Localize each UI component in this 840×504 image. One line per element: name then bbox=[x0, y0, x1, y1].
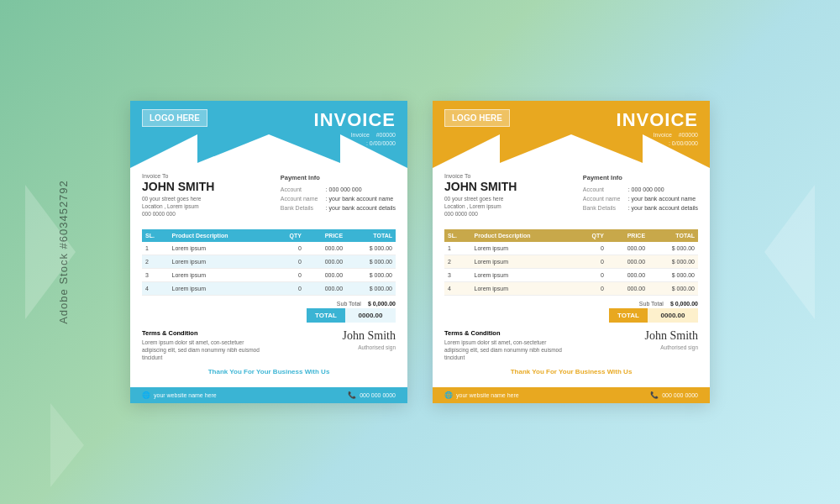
th-price-blue: PRICE bbox=[305, 229, 346, 242]
title-area-blue: INVOICE Invoice #00000 Date : 0/00/0000 bbox=[314, 109, 396, 148]
watermark: Adobe Stock #603452792 bbox=[57, 180, 70, 324]
thankyou-blue: Thank You For Your Business With Us bbox=[142, 368, 396, 375]
invoice-number-blue: #00000 bbox=[376, 132, 396, 138]
total-bar-yellow: TOTAL 0000.00 bbox=[444, 308, 698, 323]
th-sl-blue: SL. bbox=[142, 229, 169, 242]
subtotal-row-blue: Sub Total $ 0,000.00 bbox=[142, 301, 396, 307]
table-row: 3 Lorem ipsum 0 000.00 $ 000.00 bbox=[444, 269, 698, 282]
date-label-blue: Date bbox=[343, 140, 355, 146]
table-row: 3 Lorem ipsum 0 000.00 $ 000.00 bbox=[142, 269, 396, 282]
phone-text-yellow: 000 000 0000 bbox=[662, 392, 698, 398]
client-name-yellow: JOHN SMITH bbox=[444, 180, 517, 193]
th-qty-blue: QTY bbox=[274, 229, 305, 242]
invoice-title-yellow: INVOICE bbox=[617, 109, 698, 131]
payment-row-2-blue: Account name : your bank account name bbox=[281, 194, 396, 203]
total-bar-blue: TOTAL 0000.00 bbox=[142, 308, 396, 323]
bottom-section-yellow: Terms & Condition Lorem ipsum dolor sit … bbox=[444, 329, 698, 361]
invoice-number-yellow: #00000 bbox=[679, 132, 698, 138]
subtotal-value-blue: $ 0,000.00 bbox=[368, 301, 396, 307]
auth-sign-yellow: John Smith bbox=[645, 329, 698, 343]
auth-yellow: John Smith Authorised sign bbox=[645, 329, 698, 361]
payment-row-3-yellow: Bank Details : your bank account details bbox=[583, 203, 698, 213]
title-area-yellow: INVOICE Invoice #00000 Date : 0/00/0000 bbox=[617, 109, 698, 148]
table-row: 2 Lorem ipsum 0 000.00 $ 000.00 bbox=[444, 255, 698, 269]
subtotal-label-yellow: Sub Total bbox=[639, 301, 664, 307]
auth-blue: John Smith Authorised sign bbox=[343, 329, 396, 361]
logo-area-yellow: LOGO HERE bbox=[444, 109, 510, 127]
invoice-card-blue: LOGO HERE INVOICE Invoice #00000 Date : … bbox=[130, 101, 407, 404]
invoice-meta-yellow: Invoice #00000 Date : 0/00/0000 bbox=[617, 131, 698, 148]
invoice-body-yellow: Invoice To JOHN SMITH 00 your street goe… bbox=[433, 168, 710, 388]
auth-label-blue: Authorised sign bbox=[343, 344, 396, 350]
invoice-header-blue: LOGO HERE INVOICE Invoice #00000 Date : … bbox=[130, 101, 407, 168]
bottom-section-blue: Terms & Condition Lorem ipsum dolor sit … bbox=[142, 329, 396, 361]
table-row: 4 Lorem ipsum 0 000.00 $ 000.00 bbox=[444, 282, 698, 296]
client-address-yellow: 00 your street goes here Location , Lore… bbox=[444, 195, 517, 218]
table-header-blue: SL. Product Description QTY PRICE TOTAL bbox=[142, 229, 396, 242]
logo-area-blue: LOGO HERE bbox=[142, 109, 207, 127]
invoice-header-yellow: LOGO HERE INVOICE Invoice #00000 Date : … bbox=[433, 101, 710, 168]
payment-details-yellow: Payment Info Account : 000 000 000 Accou… bbox=[583, 173, 698, 213]
terms-title-blue: Terms & Condition bbox=[142, 329, 268, 337]
terms-title-yellow: Terms & Condition bbox=[444, 329, 570, 337]
th-total-blue: TOTAL bbox=[346, 229, 396, 242]
table-row: 1 Lorem ipsum 0 000.00 $ 000.00 bbox=[444, 242, 698, 255]
header-content-yellow: LOGO HERE INVOICE Invoice #00000 Date : … bbox=[433, 101, 710, 156]
th-sl-yellow: SL. bbox=[444, 229, 471, 242]
footer-blue: 🌐 your website name here 📞 000 000 0000 bbox=[130, 387, 407, 403]
total-value-blue: 0000.00 bbox=[345, 308, 396, 323]
invoice-title-blue: INVOICE bbox=[314, 109, 396, 131]
invoice-to-section-blue: Invoice To JOHN SMITH 00 your street goe… bbox=[142, 173, 396, 223]
globe-icon-blue: 🌐 bbox=[142, 391, 150, 399]
invoice-card-yellow: LOGO HERE INVOICE Invoice #00000 Date : … bbox=[433, 101, 710, 404]
phone-icon-blue: 📞 bbox=[348, 391, 356, 399]
phone-text-blue: 000 000 0000 bbox=[360, 392, 396, 398]
payment-row-3-blue: Bank Details : your bank account details bbox=[281, 203, 396, 213]
invoice-to-label-blue: Invoice To bbox=[142, 173, 214, 179]
table-row: 1 Lorem ipsum 0 000.00 $ 000.00 bbox=[142, 242, 396, 255]
invoice-to-label-yellow: Invoice To bbox=[444, 173, 517, 179]
invoice-table-blue: SL. Product Description QTY PRICE TOTAL … bbox=[142, 229, 396, 296]
invoice-number-label-yellow: Invoice bbox=[654, 132, 672, 138]
payment-row-1-blue: Account : 000 000 000 bbox=[281, 185, 396, 194]
payment-info-blue: Payment Info Account : 000 000 000 Accou… bbox=[281, 173, 396, 218]
auth-sign-blue: John Smith bbox=[343, 329, 396, 343]
date-label-yellow: Date bbox=[645, 140, 658, 146]
payment-title-blue: Payment Info bbox=[281, 173, 396, 183]
bg-triangle-bottom-left bbox=[50, 403, 84, 487]
invoice-to-left-blue: Invoice To JOHN SMITH 00 your street goe… bbox=[142, 173, 214, 218]
payment-row-2-yellow: Account name : your bank account name bbox=[583, 194, 698, 203]
th-price-yellow: PRICE bbox=[607, 229, 648, 242]
date-value-yellow: : 0/00/0000 bbox=[669, 140, 698, 146]
footer-phone-yellow: 📞 000 000 0000 bbox=[650, 391, 698, 399]
logo-blue: LOGO HERE bbox=[142, 109, 207, 127]
subtotal-value-yellow: $ 0,000.00 bbox=[670, 301, 698, 307]
payment-info-yellow: Payment Info Account : 000 000 000 Accou… bbox=[583, 173, 698, 218]
table-header-yellow: SL. Product Description QTY PRICE TOTAL bbox=[444, 229, 698, 242]
th-total-yellow: TOTAL bbox=[648, 229, 698, 242]
th-desc-yellow: Product Description bbox=[471, 229, 576, 242]
client-address-blue: 00 your street goes here Location , Lore… bbox=[142, 195, 214, 218]
invoice-table-yellow: SL. Product Description QTY PRICE TOTAL … bbox=[444, 229, 698, 296]
table-row: 2 Lorem ipsum 0 000.00 $ 000.00 bbox=[142, 255, 396, 269]
website-text-yellow: your website name here bbox=[456, 392, 519, 398]
terms-text-yellow: Lorem ipsum dolor sit amet, con-sectetue… bbox=[444, 339, 570, 361]
bg-triangle-right bbox=[764, 185, 815, 319]
website-text-blue: your website name here bbox=[154, 392, 217, 398]
client-name-blue: JOHN SMITH bbox=[142, 180, 214, 193]
th-desc-blue: Product Description bbox=[169, 229, 274, 242]
invoice-body-blue: Invoice To JOHN SMITH 00 your street goe… bbox=[130, 168, 407, 388]
invoice-to-section-yellow: Invoice To JOHN SMITH 00 your street goe… bbox=[444, 173, 698, 223]
payment-row-1-yellow: Account : 000 000 000 bbox=[583, 185, 698, 194]
header-content-blue: LOGO HERE INVOICE Invoice #00000 Date : … bbox=[130, 101, 407, 156]
logo-yellow: LOGO HERE bbox=[444, 109, 510, 127]
auth-label-yellow: Authorised sign bbox=[645, 344, 698, 350]
subtotal-label-blue: Sub Total bbox=[337, 301, 361, 307]
invoice-meta-blue: Invoice #00000 Date : 0/00/0000 bbox=[314, 131, 396, 148]
th-qty-yellow: QTY bbox=[576, 229, 607, 242]
payment-details-blue: Payment Info Account : 000 000 000 Accou… bbox=[281, 173, 396, 213]
date-value-blue: : 0/00/0000 bbox=[366, 140, 396, 146]
terms-text-blue: Lorem ipsum dolor sit amet, con-sectetue… bbox=[142, 339, 268, 361]
subtotal-row-yellow: Sub Total $ 0,000.00 bbox=[444, 301, 698, 307]
table-row: 4 Lorem ipsum 0 000.00 $ 000.00 bbox=[142, 282, 396, 296]
